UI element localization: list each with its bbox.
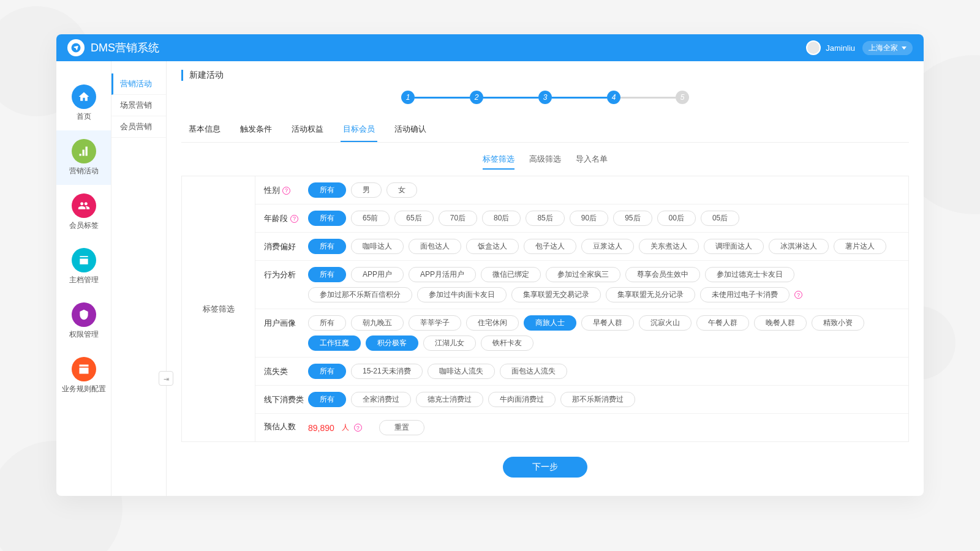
subtab-0[interactable]: 标签筛选	[483, 154, 514, 170]
chip[interactable]: 精致小资	[812, 315, 864, 331]
chip[interactable]: 15-21天未消费	[351, 364, 423, 379]
chip[interactable]: 朝九晚五	[351, 315, 404, 331]
chip[interactable]: 咖啡达人流失	[428, 364, 495, 379]
chip[interactable]: 饭盒达人	[466, 239, 519, 254]
step-3[interactable]: 3	[538, 91, 552, 104]
chip[interactable]: 面包达人流失	[500, 364, 567, 379]
sidebar-item-2[interactable]: 会员标签	[56, 185, 111, 239]
chip[interactable]: 牛肉面消费过	[488, 392, 556, 407]
chip[interactable]: 男	[351, 182, 382, 198]
estimate-label: 预估人数	[264, 420, 308, 432]
chip[interactable]: 70后	[439, 211, 477, 226]
chip[interactable]: 集享联盟无兑分记录	[606, 287, 695, 302]
collapse-icon[interactable]: ⇥	[159, 371, 173, 386]
filter-chips: 所有15-21天未消费咖啡达人流失面包达人流失	[308, 364, 900, 379]
chip[interactable]: 午餐人群	[696, 315, 749, 331]
chip[interactable]: 所有	[308, 239, 346, 254]
next-button[interactable]: 下一步	[503, 457, 587, 478]
chip[interactable]: APP月活用户	[409, 267, 476, 282]
chip[interactable]: 未使用过电子卡消费	[700, 287, 790, 302]
chip[interactable]: 铁杆卡友	[481, 335, 533, 351]
subtab-1[interactable]: 高级筛选	[529, 154, 561, 170]
chip[interactable]: 工作狂魔	[308, 335, 361, 351]
chip[interactable]: 65前	[351, 211, 390, 226]
step-2[interactable]: 2	[470, 91, 483, 104]
chip[interactable]: 德克士消费过	[416, 392, 483, 407]
chip[interactable]: 85后	[526, 211, 564, 226]
chip[interactable]: 薯片达人	[834, 239, 886, 254]
chip[interactable]: 05后	[701, 211, 739, 226]
chip[interactable]: 尊享会员生效中	[625, 267, 700, 282]
filter-label: 流失类	[264, 364, 308, 377]
chip[interactable]: 积分极客	[366, 335, 418, 351]
chip[interactable]: 65后	[394, 211, 433, 226]
chip[interactable]: 参加过全家疯三	[546, 267, 620, 282]
sidebar-item-label: 首页	[77, 111, 91, 122]
reset-button[interactable]: 重置	[379, 420, 424, 435]
chip[interactable]: 所有	[308, 392, 346, 407]
help-icon[interactable]: ?	[282, 187, 290, 195]
chip[interactable]: 女	[386, 182, 417, 198]
submenu-item-2[interactable]: 会员营销	[111, 116, 166, 138]
app-window: DMS营销系统 Jaminliu 上海全家 首页营销活动会员标签主档管理权限管理…	[56, 34, 924, 496]
chip[interactable]: 所有	[308, 315, 346, 331]
sidebar-item-3[interactable]: 主档管理	[56, 239, 111, 294]
chip[interactable]: 集享联盟无交易记录	[511, 287, 601, 302]
chip[interactable]: 沉寂火山	[639, 315, 692, 331]
chip[interactable]: 冰淇淋达人	[769, 239, 829, 254]
step-1[interactable]: 1	[401, 91, 415, 104]
help-icon[interactable]: ?	[290, 215, 298, 223]
chip[interactable]: 参加过那不乐斯百倍积分	[308, 287, 412, 302]
chip[interactable]: 咖啡达人	[351, 239, 404, 254]
tab-2[interactable]: 活动权益	[289, 119, 326, 142]
submenu-item-0[interactable]: 营销活动	[111, 73, 166, 95]
chip[interactable]: 面包达人	[409, 239, 461, 254]
chip[interactable]: 所有	[308, 364, 346, 379]
step-5[interactable]: 5	[676, 91, 689, 104]
chip[interactable]: 所有	[308, 182, 346, 198]
sidebar-item-4[interactable]: 权限管理	[56, 294, 111, 348]
estimate-value: 89,890	[308, 423, 334, 433]
subtab-2[interactable]: 导入名单	[576, 154, 608, 170]
sidebar-item-label: 权限管理	[69, 329, 99, 340]
submenu-item-1[interactable]: 场景营销	[111, 95, 166, 116]
chip[interactable]: 住宅休闲	[466, 315, 519, 331]
chip[interactable]: APP用户	[351, 267, 404, 282]
chip[interactable]: 商旅人士	[524, 315, 576, 331]
sidebar-item-5[interactable]: 业务规则配置	[56, 348, 111, 403]
sidebar-item-0[interactable]: 首页	[56, 76, 111, 130]
tab-4[interactable]: 活动确认	[392, 119, 429, 142]
chip[interactable]: 早餐人群	[581, 315, 634, 331]
help-icon[interactable]: ?	[354, 424, 362, 432]
chip[interactable]: 参加过德克士卡友日	[705, 267, 794, 282]
step-4[interactable]: 4	[607, 91, 620, 104]
chip[interactable]: 那不乐斯消费过	[560, 392, 635, 407]
titlebar: DMS营销系统 Jaminliu 上海全家	[56, 34, 924, 61]
chip[interactable]: 江湖儿女	[423, 335, 476, 351]
chip[interactable]: 包子达人	[524, 239, 576, 254]
page-title: 新建活动	[181, 70, 909, 81]
chip[interactable]: 全家消费过	[351, 392, 411, 407]
chip[interactable]: 豆浆达人	[581, 239, 634, 254]
chip[interactable]: 微信已绑定	[481, 267, 541, 282]
tab-3[interactable]: 目标会员	[341, 119, 377, 142]
sidebar-item-label: 营销活动	[69, 166, 99, 176]
chip[interactable]: 所有	[308, 267, 346, 282]
chip[interactable]: 95后	[613, 211, 652, 226]
avatar[interactable]	[806, 40, 821, 55]
store-select[interactable]: 上海全家	[862, 41, 913, 55]
chip[interactable]: 关东煮达人	[639, 239, 699, 254]
sidebar-item-1[interactable]: 营销活动	[56, 130, 111, 185]
chip[interactable]: 80后	[482, 211, 521, 226]
chip[interactable]: 所有	[308, 211, 346, 226]
chip[interactable]: 调理面达人	[704, 239, 764, 254]
chip[interactable]: 晚餐人群	[754, 315, 807, 331]
tab-0[interactable]: 基本信息	[186, 119, 223, 142]
help-icon[interactable]: ?	[794, 291, 802, 299]
chip[interactable]: 参加过牛肉面卡友日	[417, 287, 507, 302]
tab-1[interactable]: 触发条件	[238, 119, 274, 142]
chip[interactable]: 90后	[570, 211, 608, 226]
filter-body: 性别 ?所有男女年龄段 ?所有65前65后70后80后85后90后95后00后0…	[255, 176, 908, 441]
chip[interactable]: 00后	[657, 211, 696, 226]
chip[interactable]: 莘莘学子	[409, 315, 461, 331]
